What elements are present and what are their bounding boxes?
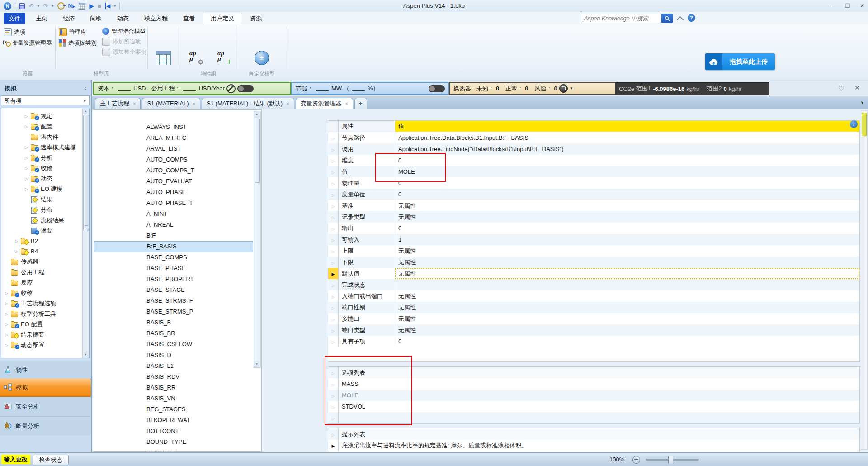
expand-icon[interactable]	[5, 322, 11, 327]
tree-item[interactable]: 配置	[1, 121, 82, 132]
document-tab[interactable]: 变量资源管理器	[296, 98, 353, 109]
chevron-down-icon[interactable]: ▼	[570, 86, 573, 90]
variable-list-item[interactable]: ALWAYS_INST	[94, 122, 253, 132]
exchanger-status-icon[interactable]	[559, 84, 568, 93]
search-button[interactable]	[661, 14, 673, 23]
property-row[interactable]: 维度0	[328, 155, 859, 166]
new-tab-button[interactable]: +	[354, 98, 367, 109]
variable-list-scrollbar[interactable]: ▲ ▼	[254, 111, 261, 368]
property-row[interactable]: 默认值无属性	[328, 268, 859, 279]
tree-item[interactable]: 收敛	[1, 288, 82, 298]
tree-item[interactable]: 公用工程	[1, 267, 82, 277]
variable-list-item[interactable]: BASIS_BR	[94, 328, 253, 338]
property-row[interactable]: 调用Application.Tree.FindNode("\Data\Block…	[328, 143, 859, 155]
variable-list-item[interactable]: BASIS_RDV	[94, 371, 253, 382]
variable-list-item[interactable]: BEG_STAGES	[94, 404, 253, 414]
expand-icon[interactable]	[15, 249, 21, 254]
variable-list-item[interactable]: A_NREAL	[94, 219, 253, 230]
property-row[interactable]: 端口性别无属性	[328, 302, 859, 313]
tree-item[interactable]: 传感器	[1, 257, 82, 267]
expand-icon[interactable]	[25, 176, 31, 181]
palette-categories-button[interactable]: 选项板类别	[59, 38, 97, 48]
expand-icon[interactable]	[5, 291, 11, 295]
expand-icon[interactable]	[25, 114, 31, 119]
scrollbar-thumb[interactable]	[255, 119, 260, 183]
economics-toggle[interactable]	[237, 85, 254, 92]
tree-item[interactable]: 摘要	[1, 225, 82, 236]
search-input[interactable]	[581, 14, 661, 23]
scroll-down-icon[interactable]: ▼	[254, 361, 259, 367]
tree-item[interactable]: 结果	[1, 194, 82, 204]
close-tab-icon[interactable]	[133, 99, 136, 109]
close-tab-icon[interactable]	[193, 99, 195, 109]
manage-library-button[interactable]: 管理库	[59, 27, 86, 37]
property-row[interactable]: 入端口或出端口无属性	[328, 290, 859, 302]
variable-list-item[interactable]: AUTO_PHASE_T	[94, 198, 253, 208]
property-row[interactable]: 可输入1	[328, 234, 859, 245]
variable-list-item[interactable]: BASIS_B	[94, 317, 253, 328]
scroll-down-icon[interactable]: ▼	[83, 352, 89, 358]
tree-item[interactable]: 规定	[1, 111, 82, 121]
maximize-button[interactable]: ❐	[845, 3, 850, 9]
expand-icon[interactable]	[25, 187, 31, 191]
sidebar-nav-energy[interactable]: 能量分析	[0, 416, 91, 436]
property-row[interactable]: 端口类型无属性	[328, 324, 859, 336]
ribbon-tab[interactable]: 用户定义	[203, 13, 242, 24]
variable-explorer-button[interactable]: (x 变量资源管理器	[3, 38, 52, 48]
tree-item[interactable]: 动态配置	[1, 340, 82, 350]
variable-list-item[interactable]: BOTTCONT	[94, 426, 253, 436]
sidebar-nav-safety[interactable]: 安全分析	[0, 397, 91, 416]
option-row-empty[interactable]	[328, 412, 859, 423]
tree-item[interactable]: EO 配置	[1, 319, 82, 329]
help-icon[interactable]: ?	[688, 14, 695, 22]
tree-item[interactable]: 反应	[1, 277, 82, 288]
variable-list-item[interactable]: B:F	[94, 230, 253, 241]
zoom-out-icon[interactable]	[632, 456, 640, 464]
energy-toggle[interactable]	[429, 85, 445, 92]
expand-icon[interactable]	[5, 312, 11, 316]
variable-list-item[interactable]: AUTO_COMPS	[94, 154, 253, 165]
tree-item[interactable]: 工艺流程选项	[1, 298, 82, 309]
scrollbar-thumb[interactable]	[862, 113, 867, 136]
variable-list-item[interactable]: BASIS_CSFLOW	[94, 339, 253, 349]
expand-icon[interactable]	[25, 124, 31, 129]
hint-row[interactable]: 底液采出流率与进料流率比率的规定基准: 摩尔、质量或标准液相体积。	[328, 440, 859, 451]
close-tab-icon[interactable]	[286, 99, 289, 109]
tree-item[interactable]: 动态	[1, 173, 82, 184]
tab-list-dropdown-icon[interactable]: ▼	[860, 100, 864, 105]
option-row[interactable]: MOLE	[328, 390, 859, 401]
add-selected-button[interactable]: 添加所选项	[102, 37, 141, 47]
sidebar-nav-flowsheet[interactable]: 模拟	[0, 379, 91, 397]
variable-list-item[interactable]: BASIS_D	[94, 350, 253, 360]
option-row[interactable]: MASS	[328, 378, 859, 390]
variable-list-item[interactable]: ARVAL_LIST	[94, 143, 253, 154]
ribbon-tab[interactable]: 资源	[242, 13, 269, 24]
ribbon-tab[interactable]: 主页	[28, 13, 55, 24]
co2e-strip[interactable]: CO2e 范围1 -6.0986e-16 kg/hr 范围2 0 kg/hr	[615, 82, 769, 95]
variable-list-item[interactable]: BOUND_TYPE	[94, 437, 253, 447]
exchangers-strip[interactable]: 换热器 - 未知：0 正常：0 风险：0 ▼	[449, 82, 616, 95]
tree-item[interactable]: 塔内件	[1, 132, 82, 142]
tree-scrollbar[interactable]: ▲ ▼	[82, 108, 89, 358]
property-row[interactable]: 下限无属性	[328, 257, 859, 268]
property-row[interactable]: 上限无属性	[328, 245, 859, 257]
property-row[interactable]: 值MOLE	[328, 166, 859, 177]
zoom-slider[interactable]	[646, 459, 699, 461]
sidebar-nav-flask[interactable]: 物性	[0, 361, 91, 379]
expand-icon[interactable]	[25, 156, 31, 160]
ribbon-tab[interactable]: 查看	[175, 13, 203, 24]
collapse-ribbon-icon[interactable]	[677, 16, 684, 24]
variable-list-item[interactable]: BLKOPFREWAT	[94, 415, 253, 425]
tree-item[interactable]: B2	[1, 236, 82, 246]
ribbon-tab[interactable]: 经济	[55, 13, 82, 24]
ribbon-tab[interactable]: 联立方程	[137, 13, 175, 24]
tree-item[interactable]: 分析	[1, 152, 82, 163]
close-button[interactable]: ✕	[860, 3, 864, 9]
file-tab[interactable]: 文件	[4, 13, 25, 24]
property-row[interactable]: 节点路径Application.Tree.Data.Blocks.B1.Inpu…	[328, 132, 859, 143]
drag-upload-button[interactable]: 拖拽至此上传	[705, 53, 775, 70]
variable-list-item[interactable]: BASIS_VN	[94, 393, 253, 404]
variable-list-item[interactable]: AUTO_COMPS_T	[94, 165, 253, 176]
expand-icon[interactable]	[5, 343, 11, 347]
tree-item[interactable]: B4	[1, 246, 82, 257]
